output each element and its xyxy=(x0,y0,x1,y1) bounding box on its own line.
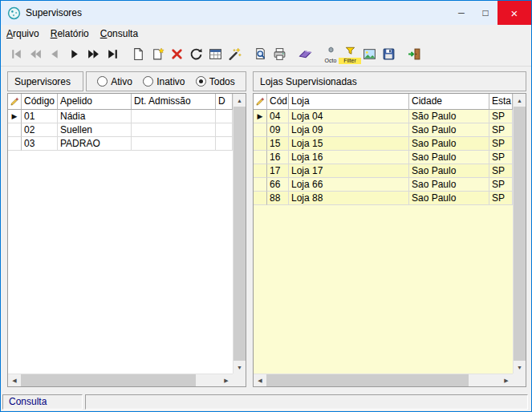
radio-todos[interactable]: Todos xyxy=(196,76,235,87)
new-record-button[interactable] xyxy=(128,44,148,65)
row-indicator xyxy=(8,137,22,151)
grid-cell: Sao Paulo xyxy=(409,137,489,151)
eraser-button[interactable] xyxy=(295,44,315,65)
scroll-up-button[interactable]: ▲ xyxy=(514,94,526,107)
scroll-up-button[interactable]: ▲ xyxy=(234,94,246,107)
print-button[interactable] xyxy=(270,44,289,65)
nav-prior-page-button[interactable] xyxy=(26,44,45,65)
grid-row[interactable]: 02Suellen xyxy=(8,123,233,137)
nav-last-icon xyxy=(106,47,120,61)
titlebar[interactable]: Supervisores ─ □ × xyxy=(1,1,531,25)
column-header-apelido[interactable]: Apelido xyxy=(58,94,132,110)
filter-button[interactable]: Filter xyxy=(340,44,359,65)
grid-cell: Loja 88 xyxy=(289,192,409,205)
grid-cell: 16 xyxy=(267,151,289,164)
grid-cell: 66 xyxy=(267,178,289,192)
scroll-down-button[interactable]: ▼ xyxy=(234,361,246,374)
horizontal-scroll-thumb[interactable] xyxy=(266,374,469,386)
grid-settings-button[interactable] xyxy=(205,44,225,65)
print-preview-icon xyxy=(254,47,267,61)
grid-row[interactable]: ▶01Nádia xyxy=(8,110,233,123)
grid-row[interactable]: 03PADRAO xyxy=(8,137,233,151)
column-header-d[interactable]: D xyxy=(216,94,233,110)
minimize-button[interactable]: ─ xyxy=(449,1,473,25)
menu-consulta[interactable]: Consulta xyxy=(95,25,144,42)
exit-button[interactable] xyxy=(404,44,424,65)
grid-cell: Sao Paulo xyxy=(409,178,489,192)
vertical-scrollbar[interactable]: ▲▼ xyxy=(233,94,246,374)
grid-cell xyxy=(216,137,233,151)
image-button[interactable] xyxy=(359,44,379,65)
grid-cell: Loja 09 xyxy=(289,123,409,137)
column-header-dt-admissao[interactable]: Dt. Admissão xyxy=(132,94,216,110)
vertical-scroll-thumb[interactable] xyxy=(514,107,526,361)
statusbar-main xyxy=(85,394,528,410)
column-header-esta[interactable]: Esta xyxy=(489,94,513,110)
grid-cell: Sao Paulo xyxy=(409,192,489,205)
row-indicator xyxy=(254,151,267,164)
grid-cell: Loja 17 xyxy=(289,164,409,178)
scroll-left-button[interactable]: ◀ xyxy=(254,374,266,386)
grid-row[interactable]: 09Loja 09Sao PauloSP xyxy=(254,123,513,137)
main-area: Supervisores AtivoInativoTodos CódigoApe… xyxy=(1,67,531,392)
horizontal-scrollbar[interactable]: ◀▶ xyxy=(8,374,233,386)
close-button[interactable]: × xyxy=(497,1,531,25)
insert-record-button[interactable] xyxy=(148,44,167,65)
grid-cell: São Paulo xyxy=(409,110,489,123)
grid-cell: SP xyxy=(489,123,513,137)
nav-next-button[interactable] xyxy=(64,44,83,65)
refresh-arrow-icon xyxy=(189,47,203,61)
grid-row[interactable]: 66Loja 66Sao PauloSP xyxy=(254,178,513,192)
grid-cell xyxy=(132,137,216,151)
column-header-cod[interactable]: Cód xyxy=(267,94,289,110)
grid-cell: Loja 16 xyxy=(289,151,409,164)
grid-cell: Loja 15 xyxy=(289,137,409,151)
horizontal-scroll-track[interactable] xyxy=(469,374,500,386)
column-header-loja[interactable]: Loja xyxy=(289,94,409,110)
print-preview-button[interactable] xyxy=(250,44,270,65)
nav-first-button[interactable] xyxy=(6,44,26,65)
column-header-cidade[interactable]: Cidade xyxy=(409,94,489,110)
supervisores-grid[interactable]: CódigoApelidoDt. AdmissãoD▶01Nádia02Suel… xyxy=(7,93,246,387)
grid-row[interactable]: 16Loja 16Sao PauloSP xyxy=(254,151,513,164)
menu-relatorio[interactable]: Relatório xyxy=(45,25,95,42)
grid-row[interactable]: 17Loja 17Sao PauloSP xyxy=(254,164,513,178)
scroll-down-button[interactable]: ▼ xyxy=(514,361,526,374)
refresh-button[interactable] xyxy=(186,44,205,65)
radio-inativo[interactable]: Inativo xyxy=(143,76,185,87)
horizontal-scrollbar[interactable]: ◀▶ xyxy=(254,374,513,386)
column-header-codigo[interactable]: Código xyxy=(22,94,58,110)
grid-row[interactable]: 88Loja 88Sao PauloSP xyxy=(254,192,513,205)
horizontal-scroll-track[interactable] xyxy=(196,374,220,386)
grid-cell: 02 xyxy=(22,123,58,137)
vertical-scrollbar[interactable]: ▲▼ xyxy=(513,94,526,374)
scroll-right-button[interactable]: ▶ xyxy=(500,374,513,386)
magic-wand-button[interactable] xyxy=(225,44,244,65)
grid-row[interactable]: ▶04Loja 04São PauloSP xyxy=(254,110,513,123)
lojas-grid[interactable]: CódLojaCidadeEsta▶04Loja 04São PauloSP09… xyxy=(253,93,526,387)
lojas-group-title: Lojas Supervisionadas xyxy=(253,71,526,91)
scroll-right-button[interactable]: ▶ xyxy=(220,374,233,386)
nav-last-button[interactable] xyxy=(103,44,122,65)
nav-next-page-button[interactable] xyxy=(83,44,103,65)
grid-row[interactable]: 15Loja 15Sao PauloSP xyxy=(254,137,513,151)
octo-button[interactable]: Octo xyxy=(321,44,340,65)
grid-cell: Sao Paulo xyxy=(409,164,489,178)
window-title: Supervisores xyxy=(26,7,82,18)
delete-record-button[interactable] xyxy=(167,44,186,65)
grid-window-icon xyxy=(209,47,222,61)
horizontal-scroll-thumb[interactable] xyxy=(21,374,196,386)
row-indicator xyxy=(8,123,22,137)
save-layout-button[interactable] xyxy=(379,44,398,65)
grid-cell: 15 xyxy=(267,137,289,151)
grid-cell xyxy=(132,110,216,123)
grid-cell: 03 xyxy=(22,137,58,151)
radio-ativo[interactable]: Ativo xyxy=(97,76,132,87)
maximize-button[interactable]: □ xyxy=(473,1,497,25)
nav-prior-button[interactable] xyxy=(45,44,64,65)
grid-cell: SP xyxy=(489,137,513,151)
vertical-scroll-thumb[interactable] xyxy=(234,107,246,361)
grid-cell: Loja 66 xyxy=(289,178,409,192)
scroll-left-button[interactable]: ◀ xyxy=(8,374,21,386)
menu-arquivo[interactable]: Arquivo xyxy=(1,25,45,42)
